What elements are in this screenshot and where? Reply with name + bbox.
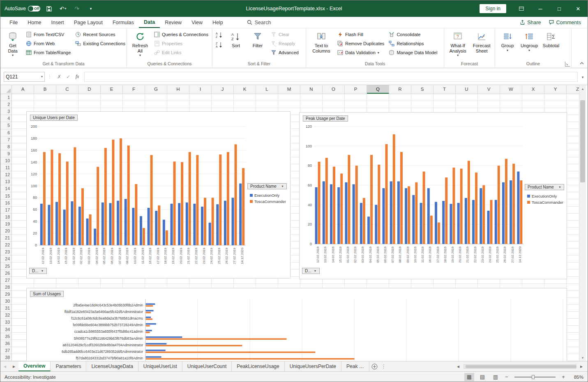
sheet-tab-uniqueusersperdate[interactable]: UniqueUsersPerDate — [285, 361, 341, 371]
row-header-29[interactable]: 29 — [0, 291, 12, 298]
row-header-17[interactable]: 17 — [0, 207, 12, 214]
row-header-35[interactable]: 35 — [0, 333, 12, 340]
tab-file[interactable]: File — [5, 18, 23, 28]
row-header-33[interactable]: 33 — [0, 319, 12, 326]
row-header-36[interactable]: 36 — [0, 340, 12, 347]
row-header-8[interactable]: 8 — [0, 143, 12, 150]
existing-connections-button[interactable]: Existing Connections — [74, 39, 127, 48]
column-header-M[interactable]: M — [278, 85, 300, 94]
outline-dialog-launcher[interactable]: ↘ — [565, 62, 570, 67]
clear-filter-button[interactable]: Clear — [269, 30, 300, 39]
chart-unique-users-per-date[interactable]: Unique Users per Date 020406080100120140… — [26, 111, 291, 278]
what-if-analysis-button[interactable]: ? What-If Analysis ▾ — [446, 30, 469, 58]
row-header-10[interactable]: 10 — [0, 157, 12, 164]
column-header-I[interactable]: I — [189, 85, 212, 94]
row-header-27[interactable]: 27 — [0, 277, 12, 284]
tab-page-layout[interactable]: Page Layout — [69, 18, 108, 28]
consolidate-button[interactable]: Consolidate — [387, 30, 439, 39]
row-header-22[interactable]: 22 — [0, 242, 12, 249]
vertical-scroll-thumb[interactable] — [580, 100, 585, 182]
from-table-range-button[interactable]: From Table/Range — [24, 48, 72, 57]
recent-sources-button[interactable]: Recent Sources — [74, 30, 127, 39]
remove-duplicates-button[interactable]: ✗ Remove Duplicates — [336, 39, 386, 48]
row-header-9[interactable]: 9 — [0, 150, 12, 157]
row-header-16[interactable]: 16 — [0, 200, 12, 207]
row-header-18[interactable]: 18 — [0, 214, 12, 221]
column-header-B[interactable]: B — [34, 85, 56, 94]
collapse-ribbon-button[interactable] — [579, 60, 584, 66]
sheet-nav-right-button[interactable]: ▸ — [9, 361, 18, 371]
save-button[interactable] — [44, 3, 54, 14]
column-header-S[interactable]: S — [411, 85, 434, 94]
autosave-toggle[interactable]: AutoSave Off — [5, 6, 40, 12]
subtotal-button[interactable]: Σ Subtotal — [541, 30, 561, 49]
zoom-in-button[interactable]: + — [560, 374, 566, 380]
ribbon-display-options-button[interactable] — [512, 0, 531, 17]
advanced-filter-button[interactable]: Advanced — [269, 48, 300, 57]
data-validation-button[interactable]: ✓✗ Data Validation ▾ — [336, 48, 386, 57]
filter-button[interactable]: Filter — [247, 30, 268, 49]
sort-descending-button[interactable]: ZA — [214, 40, 224, 49]
column-header-T[interactable]: T — [434, 85, 456, 94]
sheet-nav-left-button[interactable]: ◂ — [0, 361, 9, 371]
legend-field-button[interactable]: Product Name ▼ — [525, 184, 564, 190]
minimize-button[interactable]: ─ — [531, 0, 550, 17]
flash-fill-button[interactable]: Flash Fill — [336, 30, 386, 39]
column-header-C[interactable]: C — [56, 85, 78, 94]
tab-data[interactable]: Data — [139, 17, 160, 28]
tab-review[interactable]: Review — [160, 18, 187, 28]
column-header-U[interactable]: U — [456, 85, 478, 94]
sort-ascending-button[interactable]: AZ — [214, 30, 224, 39]
share-button[interactable]: Share — [520, 20, 541, 25]
edit-links-button[interactable]: Edit Links — [152, 48, 210, 57]
row-header-23[interactable]: 23 — [0, 249, 12, 255]
reapply-filter-button[interactable]: Reapply — [269, 39, 300, 48]
sheet-tab-uniqueusercount[interactable]: UniqueUserCount — [182, 361, 232, 371]
queries-connections-button[interactable]: Queries & Connections — [152, 30, 210, 39]
column-header-H[interactable]: H — [167, 85, 189, 94]
column-header-Z[interactable]: Z — [567, 85, 579, 94]
vertical-scrollbar[interactable]: ▴ ▾ — [579, 85, 586, 361]
relationships-button[interactable]: Relationships — [387, 39, 439, 48]
scroll-down-button[interactable]: ▾ — [579, 354, 586, 361]
row-header-15[interactable]: 15 — [0, 192, 12, 199]
row-header-1[interactable]: 1 — [0, 94, 12, 101]
tab-help[interactable]: Help — [208, 18, 228, 28]
normal-view-button[interactable]: ▦ — [464, 373, 474, 381]
column-header-J[interactable]: J — [212, 85, 234, 94]
from-web-button[interactable]: From Web — [24, 39, 72, 48]
manage-data-model-button[interactable]: Manage Data Model — [387, 48, 439, 57]
sort-button[interactable]: AZ Sort — [226, 30, 246, 49]
name-box[interactable]: Q121 ▾ — [4, 72, 45, 82]
column-header-A[interactable]: A — [12, 85, 34, 94]
sheet-tab-peaklicenseusage[interactable]: PeakLicenseUsage — [232, 361, 284, 371]
customize-qat-button[interactable]: ▾ — [85, 3, 96, 14]
autosave-switch[interactable]: Off — [28, 6, 40, 12]
axis-field-button[interactable]: D... ▼ — [302, 268, 320, 274]
sheet-tab-overview[interactable]: Overview — [18, 361, 51, 371]
row-header-7[interactable]: 7 — [0, 136, 12, 143]
column-header-E[interactable]: E — [101, 85, 123, 94]
comments-button[interactable]: Comments — [549, 20, 581, 25]
column-header-N[interactable]: N — [300, 85, 323, 94]
column-header-O[interactable]: O — [323, 85, 345, 94]
scroll-up-button[interactable]: ▴ — [579, 85, 586, 92]
row-header-4[interactable]: 4 — [0, 115, 12, 122]
formula-input[interactable] — [84, 72, 578, 82]
column-header-Q[interactable]: Q — [367, 85, 389, 94]
row-header-14[interactable]: 14 — [0, 185, 12, 192]
new-sheet-button[interactable] — [369, 361, 380, 371]
chart-title-button[interactable]: Peak Usage per Date — [303, 115, 348, 122]
row-header-31[interactable]: 31 — [0, 305, 12, 312]
row-header-30[interactable]: 30 — [0, 298, 12, 305]
chart-title-button[interactable]: Unique Users per Date — [30, 115, 78, 121]
sheet-tab-parameters[interactable]: Parameters — [51, 361, 86, 371]
column-header-L[interactable]: L — [256, 85, 278, 94]
sign-in-button[interactable]: Sign in — [480, 4, 506, 13]
expand-formula-bar-button[interactable]: ▾ — [578, 74, 588, 80]
sheet-tab-licenseusagedata[interactable]: LicenseUsageData — [86, 361, 138, 371]
row-header-32[interactable]: 32 — [0, 312, 12, 319]
row-header-28[interactable]: 28 — [0, 284, 12, 291]
refresh-all-button[interactable]: Refresh All ▾ — [129, 30, 151, 58]
column-header-K[interactable]: K — [234, 85, 256, 94]
